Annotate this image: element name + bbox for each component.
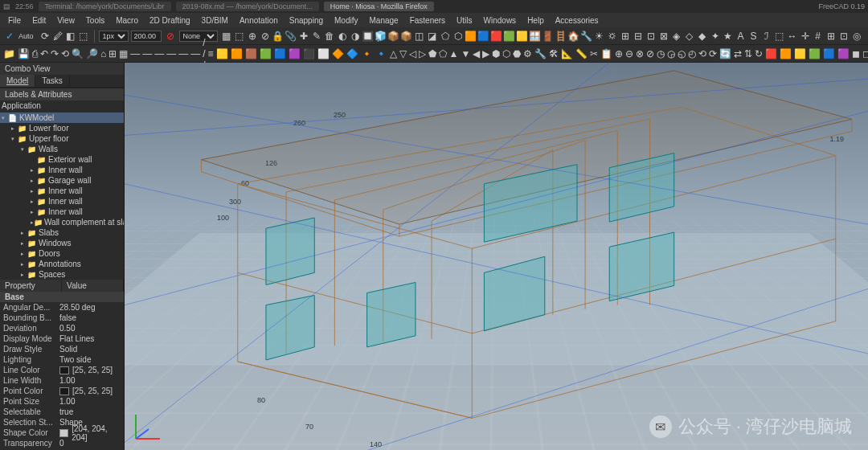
tool-41-icon[interactable]: S	[747, 30, 760, 43]
tree-item[interactable]: 📁Exterior wall	[0, 154, 124, 165]
menu-modify[interactable]: Modify	[330, 14, 362, 27]
tool-48-icon[interactable]: ⊡	[837, 30, 850, 43]
main-43-icon[interactable]: ⬣	[513, 47, 521, 60]
apps-icon[interactable]: ▤	[3, 2, 10, 10]
property-row[interactable]: Draw StyleSolid	[0, 344, 124, 354]
main-16-icon[interactable]: —	[190, 47, 200, 60]
tree-item[interactable]: ▸📁Inner wall	[0, 207, 124, 217]
menu-snapping[interactable]: Snapping	[285, 14, 328, 27]
menu-macro[interactable]: Macro	[111, 14, 143, 27]
tool-27-icon[interactable]: 🏠	[567, 30, 580, 43]
main-64-icon[interactable]: ↻	[755, 47, 763, 60]
tool-43-icon[interactable]: ⬚	[773, 30, 786, 43]
menu-file[interactable]: File	[3, 14, 26, 27]
main-38-icon[interactable]: ▼	[461, 47, 471, 60]
tool-47-icon[interactable]: ⊞	[825, 30, 837, 43]
os-tab[interactable]: Terminal: /home/york/Documents/Libr	[39, 2, 171, 11]
main-55-icon[interactable]: ◷	[657, 47, 665, 60]
main-51-icon[interactable]: ⊕	[615, 47, 623, 60]
menu-3d-bim[interactable]: 3D/BIM	[197, 14, 233, 27]
tool-24-icon[interactable]: 🪟	[529, 30, 542, 43]
main-42-icon[interactable]: ⬡	[502, 47, 510, 60]
tree-item[interactable]: ▸📁Annotations	[0, 259, 124, 269]
tool-34-icon[interactable]: ⊠	[657, 30, 670, 43]
main-66-icon[interactable]: 🟧	[780, 47, 792, 60]
main-24-icon[interactable]: 🟪	[289, 47, 301, 60]
line-width-select[interactable]: 1px	[99, 31, 129, 42]
main-45-icon[interactable]: 🔧	[534, 47, 547, 60]
main-3-icon[interactable]: ↶	[40, 47, 48, 60]
main-8-icon[interactable]: ⌂	[100, 47, 106, 60]
main-63-icon[interactable]: ⇅	[744, 47, 752, 60]
tree-item[interactable]: ▸📁Lower floor	[0, 123, 124, 133]
property-row[interactable]: Shape Color[204, 204, 204]	[0, 428, 124, 438]
main-5-icon[interactable]: ⟲	[61, 47, 69, 60]
main-34-icon[interactable]: ▷	[419, 47, 426, 60]
tool-12-icon[interactable]: 🧊	[375, 30, 387, 43]
tool-39-icon[interactable]: ★	[722, 30, 735, 43]
os-tab[interactable]: Home · Miosa · Mozilla Firefox	[324, 2, 434, 11]
main-72-icon[interactable]: ◻	[862, 47, 868, 60]
main-56-icon[interactable]: ◶	[667, 47, 675, 60]
tool-36-icon[interactable]: ◇	[683, 30, 696, 43]
no-layer-icon[interactable]: ⊘	[164, 30, 177, 43]
main-40-icon[interactable]: ▶	[482, 47, 489, 60]
main-2-icon[interactable]: ⎙	[32, 47, 38, 60]
main-65-icon[interactable]: 🟥	[765, 47, 777, 60]
main-17-icon[interactable]: / / /	[203, 47, 205, 60]
property-row[interactable]: Point Color[25, 25, 25]	[0, 386, 124, 396]
tool-44-icon[interactable]: ↔	[786, 30, 799, 43]
tool-42-icon[interactable]: ℐ	[760, 30, 773, 43]
menu-manage[interactable]: Manage	[364, 14, 403, 27]
scale-input[interactable]	[131, 31, 162, 42]
main-31-icon[interactable]: △	[390, 47, 397, 60]
menu-view[interactable]: View	[52, 14, 80, 27]
property-row[interactable]: LightingTwo side	[0, 354, 124, 365]
tool-26-icon[interactable]: 🪜	[555, 30, 567, 43]
main-28-icon[interactable]: 🔷	[346, 47, 358, 60]
tool-40-icon[interactable]: A	[735, 30, 747, 43]
tree-item[interactable]: ▸📁Doors	[0, 248, 124, 259]
tool-22-icon[interactable]: 🟩	[503, 30, 516, 43]
main-1-icon[interactable]: 💾	[18, 47, 30, 60]
tab-tasks[interactable]: Tasks	[35, 75, 70, 87]
main-4-icon[interactable]: ↷	[51, 47, 59, 60]
main-47-icon[interactable]: 📐	[561, 47, 573, 60]
tool-32-icon[interactable]: ⊟	[632, 30, 645, 43]
main-27-icon[interactable]: 🔶	[332, 47, 344, 60]
tool-29-icon[interactable]: ☀	[593, 30, 606, 43]
tree-item[interactable]: ▸📁Inner wall	[0, 186, 124, 196]
main-11-icon[interactable]: —	[130, 47, 140, 60]
tool-33-icon[interactable]: ⊡	[645, 30, 657, 43]
property-row[interactable]: Transparency0	[0, 438, 124, 448]
tool-49-icon[interactable]: ◎	[850, 30, 863, 43]
tool-31-icon[interactable]: ⊞	[619, 30, 632, 43]
tool-23-icon[interactable]: 🟨	[516, 30, 529, 43]
main-7-icon[interactable]: 🔎	[86, 47, 98, 60]
tool-30-icon[interactable]: ⛭	[606, 30, 619, 43]
menu-edit[interactable]: Edit	[27, 14, 51, 27]
main-58-icon[interactable]: ◴	[688, 47, 696, 60]
property-row[interactable]: Deviation0.50	[0, 323, 124, 333]
tool-14-icon[interactable]: 📦	[400, 30, 413, 43]
main-62-icon[interactable]: ⇄	[734, 47, 742, 60]
tree-item[interactable]: ▾📄KWModel	[0, 112, 124, 123]
tool-18-icon[interactable]: ⬡	[452, 30, 465, 43]
tree-item[interactable]: ▸📁Garage wall	[0, 175, 124, 186]
main-48-icon[interactable]: 📏	[575, 47, 588, 60]
main-10-icon[interactable]: ▦	[119, 47, 128, 60]
tool-46-icon[interactable]: #	[812, 30, 825, 43]
property-row[interactable]: Angular De...28.50 deg	[0, 302, 124, 313]
tool-11-icon[interactable]: 🔲	[362, 30, 375, 43]
tab-model[interactable]: Model	[0, 75, 35, 87]
main-25-icon[interactable]: ⬛	[303, 47, 315, 60]
layer-select[interactable]: None	[179, 31, 218, 42]
main-20-icon[interactable]: 🟧	[231, 47, 243, 60]
main-68-icon[interactable]: 🟩	[809, 47, 821, 60]
main-36-icon[interactable]: ⬠	[439, 47, 447, 60]
model-tree[interactable]: ▾📄KWModel▸📁Lower floor▾📁Upper floor▾📁Wal…	[0, 111, 124, 280]
tool-3-icon[interactable]: ⊘	[259, 30, 272, 43]
main-60-icon[interactable]: ⟳	[709, 47, 717, 60]
os-tab[interactable]: 2019-08x.md — /home/york/Document...	[176, 2, 319, 11]
menu-annotation[interactable]: Annotation	[235, 14, 283, 27]
